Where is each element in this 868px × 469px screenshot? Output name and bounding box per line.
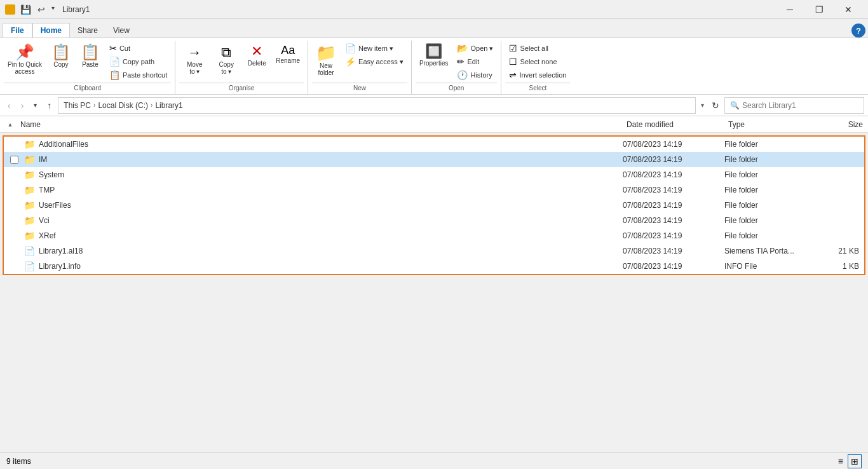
file-icon-al18: 📄 (24, 246, 35, 256)
rename-label: Rename (276, 57, 300, 64)
row-name-3[interactable]: 📁 System (22, 170, 620, 180)
recent-locations-button[interactable]: ▾ (30, 99, 41, 111)
row-name-9[interactable]: 📄 Library1.info (22, 261, 620, 271)
row-name-5[interactable]: 📁 UserFiles (22, 200, 620, 210)
table-row[interactable]: 📁 System 07/08/2023 14:19 File folder (4, 167, 864, 182)
new-item-label: New item ▾ (358, 44, 393, 53)
row-type-3: File folder (722, 170, 811, 179)
select-none-button[interactable]: ☐ Select none (505, 55, 570, 68)
easy-access-button[interactable]: ⚡ Easy access ▾ (341, 55, 407, 68)
column-header-date[interactable]: Date modified (624, 120, 726, 129)
tab-view[interactable]: View (105, 24, 137, 37)
properties-button[interactable]: 🔲 Properties (416, 42, 452, 69)
copy-large-button[interactable]: 📋 Copy (47, 42, 75, 71)
row-name-2[interactable]: 📁 IM (22, 154, 620, 165)
column-header-size[interactable]: Size (815, 120, 865, 129)
rename-icon: Aa (281, 44, 295, 56)
history-button[interactable]: 🕐 History (453, 69, 497, 81)
refresh-button[interactable]: ↻ (709, 98, 722, 113)
close-button[interactable]: ✕ (834, 0, 863, 19)
column-header-type[interactable]: Type (726, 120, 815, 129)
folder-icon: 📁 (24, 231, 35, 241)
tab-share[interactable]: Share (70, 24, 105, 37)
copy-path-label: Copy path (123, 58, 154, 65)
clipboard-items: 📌 Pin to Quickaccess 📋 Copy 📋 Paste ✂ Cu… (4, 41, 171, 83)
window-controls: ─ ❐ ✕ (775, 0, 863, 19)
table-row[interactable]: 📁 Vci 07/08/2023 14:19 File folder (4, 213, 864, 228)
forward-button[interactable]: › (17, 98, 28, 113)
open-button[interactable]: 📂 Open ▾ (453, 42, 497, 55)
minimize-button[interactable]: ─ (775, 0, 804, 19)
open-icon: 📂 (457, 43, 468, 53)
file-icon-info: 📄 (24, 261, 35, 271)
path-dropdown-button[interactable]: ▾ (698, 102, 707, 109)
path-item-this-pc[interactable]: This PC (64, 101, 91, 110)
quick-save-button[interactable]: 💾 (18, 3, 34, 16)
row-date-4: 07/08/2023 14:19 (620, 186, 722, 194)
history-icon: 🕐 (457, 70, 468, 80)
search-icon: 🔍 (730, 101, 740, 110)
row-name-1[interactable]: 📁 AdditionalFiles (22, 139, 620, 149)
search-box[interactable]: 🔍 (724, 97, 864, 114)
edit-label: Edit (467, 58, 479, 65)
delete-button[interactable]: ✕ Delete (243, 42, 271, 69)
header-checkbox-col: ▲ (3, 121, 18, 128)
help-button[interactable]: ? (851, 24, 865, 37)
row-name-7[interactable]: 📁 XRef (22, 231, 620, 241)
table-row[interactable]: 📁 IM 07/08/2023 14:19 File folder (4, 152, 864, 167)
view-details-button[interactable]: ⊞ (848, 454, 862, 468)
paste-button[interactable]: 📋 Paste (76, 42, 104, 71)
table-row[interactable]: 📁 UserFiles 07/08/2023 14:19 File folder (4, 198, 864, 213)
table-row[interactable]: 📄 Library1.info 07/08/2023 14:19 INFO Fi… (4, 259, 864, 274)
select-all-button[interactable]: ☑ Select all (505, 42, 570, 55)
new-group-label: New (312, 83, 407, 94)
app-icon (5, 4, 15, 15)
table-row[interactable]: 📁 XRef 07/08/2023 14:19 File folder (4, 228, 864, 243)
address-path[interactable]: This PC › Local Disk (C:) › Library1 (58, 97, 696, 114)
cut-button[interactable]: ✂ Cut (105, 42, 171, 55)
new-folder-button[interactable]: 📁 Newfolder (312, 42, 340, 79)
table-row[interactable]: 📄 Library1.al18 07/08/2023 14:19 Siemens… (4, 243, 864, 259)
table-row[interactable]: 📁 TMP 07/08/2023 14:19 File folder (4, 182, 864, 198)
view-list-button[interactable]: ≡ (835, 454, 846, 468)
row-size-9: 1 KB (811, 262, 862, 271)
column-header-name[interactable]: Name (18, 120, 624, 129)
row-type-6: File folder (722, 216, 811, 225)
row-name-4[interactable]: 📁 TMP (22, 185, 620, 195)
row-checkbox-2[interactable] (6, 156, 22, 164)
path-item-local-disk[interactable]: Local Disk (C:) (98, 101, 148, 110)
undo-button[interactable]: ↩ (35, 3, 48, 16)
ribbon: 📌 Pin to Quickaccess 📋 Copy 📋 Paste ✂ Cu… (0, 38, 868, 95)
quick-access-dropdown[interactable]: ▾ (49, 3, 57, 16)
new-item-button[interactable]: 📄 New item ▾ (341, 42, 407, 55)
tab-file[interactable]: File (3, 23, 32, 37)
file-name-library1-info: Library1.info (39, 262, 81, 271)
tab-home[interactable]: Home (32, 23, 70, 37)
edit-button[interactable]: ✏ Edit (453, 55, 497, 68)
invert-selection-button[interactable]: ⇌ Invert selection (505, 69, 570, 81)
copy-path-button[interactable]: 📄 Copy path (105, 55, 171, 68)
row-check-im[interactable] (10, 156, 18, 164)
row-date-5: 07/08/2023 14:19 (620, 201, 722, 210)
row-name-8[interactable]: 📄 Library1.al18 (22, 246, 620, 256)
paste-shortcut-button[interactable]: 📋 Paste shortcut (105, 69, 171, 81)
pin-icon: 📌 (15, 44, 34, 60)
table-row[interactable]: 📁 AdditionalFiles 07/08/2023 14:19 File … (4, 137, 864, 152)
rename-button[interactable]: Aa Rename (272, 42, 304, 67)
copy-to-button[interactable]: ⧉ Copy to ▾ (211, 42, 241, 78)
pin-to-quick-access-button[interactable]: 📌 Pin to Quickaccess (4, 42, 46, 78)
edit-icon: ✏ (457, 57, 465, 67)
row-type-8: Siemens TIA Porta... (722, 247, 811, 255)
path-sep-1: › (93, 102, 95, 109)
restore-button[interactable]: ❐ (804, 0, 834, 19)
row-name-6[interactable]: 📁 Vci (22, 215, 620, 226)
path-item-library1[interactable]: Library1 (155, 101, 182, 110)
path-sep-2: › (151, 102, 153, 109)
search-input[interactable] (742, 101, 858, 110)
move-to-button[interactable]: → Move to ▾ (179, 42, 210, 78)
properties-icon: 🔲 (425, 44, 442, 58)
up-button[interactable]: ↑ (43, 98, 55, 113)
back-button[interactable]: ‹ (4, 98, 15, 113)
row-date-6: 07/08/2023 14:19 (620, 216, 722, 225)
file-name-vci: Vci (39, 216, 50, 225)
